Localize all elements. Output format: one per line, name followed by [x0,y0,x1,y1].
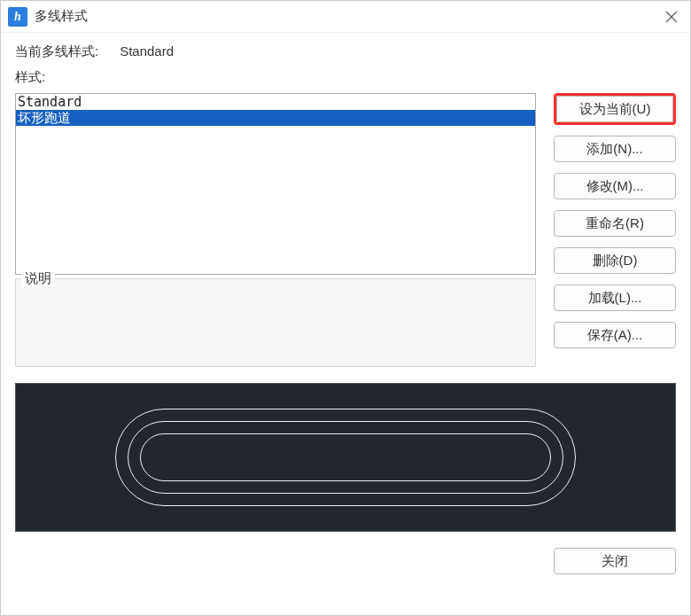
list-item[interactable]: Standard [16,94,535,110]
set-current-button[interactable]: 设为当前(U) [556,96,673,122]
styles-listbox[interactable]: Standard坏形跑道 [15,93,536,275]
right-button-column: 设为当前(U) 添加(N)... 修改(M)... 重命名(R) 删除(D) 加… [554,93,676,348]
titlebar: h 多线样式 [1,1,690,33]
dialog-window: h 多线样式 当前多线样式: Standard 样式: Standard坏形跑道… [0,0,691,616]
description-label: 说明 [21,270,55,287]
close-icon[interactable] [660,5,683,28]
load-button[interactable]: 加载(L)... [554,285,676,311]
styles-label: 样式: [15,69,676,86]
save-button[interactable]: 保存(A)... [554,322,676,348]
modify-button[interactable]: 修改(M)... [554,173,676,199]
main-row: Standard坏形跑道 说明 设为当前(U) 添加(N)... 修改(M)..… [15,93,676,367]
preview-panel [15,383,676,532]
preview-graphic [115,409,576,506]
add-button[interactable]: 添加(N)... [554,136,676,162]
rename-button[interactable]: 重命名(R) [554,210,676,237]
app-icon: h [8,7,27,27]
dialog-body: 当前多线样式: Standard 样式: Standard坏形跑道 说明 设为当… [1,33,690,615]
current-style-label: 当前多线样式: [15,43,98,60]
left-column: Standard坏形跑道 说明 [15,93,536,367]
current-style-value: Standard [120,43,174,58]
delete-button[interactable]: 删除(D) [554,247,676,274]
close-button[interactable]: 关闭 [554,548,676,574]
description-group: 说明 [15,278,536,367]
dialog-title: 多线样式 [35,8,660,25]
footer-row: 关闭 [15,548,676,574]
list-item[interactable]: 坏形跑道 [16,110,535,126]
current-style-row: 当前多线样式: Standard [15,43,676,60]
set-current-highlight: 设为当前(U) [554,93,676,125]
